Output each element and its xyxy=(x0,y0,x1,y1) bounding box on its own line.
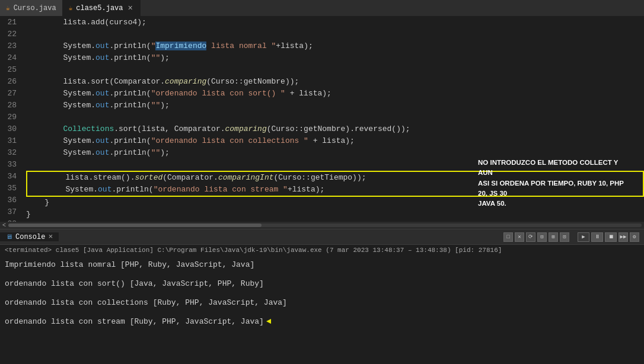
line-num: 32 xyxy=(5,147,17,159)
line-num: 31 xyxy=(5,135,17,147)
toolbar-btn-clear[interactable]: ✕ xyxy=(515,232,524,242)
console-output-line-4: ordenando lista con stream [Ruby, PHP, J… xyxy=(5,315,639,328)
toolbar-btn-5[interactable]: ▶ xyxy=(578,232,589,242)
line-num: 22 xyxy=(5,28,17,40)
line-numbers: 21 22 23 24 25 26 27 28 29 30 31 32 33 3… xyxy=(0,17,21,222)
toolbar-btn-3[interactable]: ⊞ xyxy=(549,232,558,242)
console-toolbar: □ ✕ ⟳ ⊟ ⊞ ⊡ ▶ ⏸ ⏹ ▶▶ ⚙ xyxy=(503,232,644,242)
console-header-line: <terminated> clase5 [Java Application] C… xyxy=(0,245,644,256)
line-num: 23 xyxy=(5,40,17,52)
toolbar-btn-settings[interactable]: ⚙ xyxy=(630,232,639,242)
line-num: 26 xyxy=(5,76,17,88)
tab-console[interactable]: 🖥 Console × xyxy=(0,232,59,241)
java-icon: ☕ xyxy=(6,4,10,12)
code-line-23: System.out.println("Imprimiendo lista no… xyxy=(26,40,644,52)
toolbar-btn-stop[interactable]: □ xyxy=(503,232,513,242)
line-num: 37 xyxy=(5,206,17,218)
line-num: 36 xyxy=(5,194,17,206)
toolbar-btn-7[interactable]: ⏹ xyxy=(605,232,617,242)
code-line-25 xyxy=(26,64,644,76)
tab-bar: ☕ Curso.java ☕ clase5.java × xyxy=(0,0,644,17)
line-num: 25 xyxy=(5,64,17,76)
tab-curso[interactable]: ☕ Curso.java xyxy=(0,0,63,16)
code-line-21: lista.add(curso4); xyxy=(26,17,644,28)
scrollbar-thumb[interactable] xyxy=(8,223,262,227)
code-line-32: System.out.println(""); xyxy=(26,147,644,159)
toolbar-btn-4[interactable]: ⊡ xyxy=(560,232,569,242)
line-num: 29 xyxy=(5,111,17,123)
java-icon-2: ☕ xyxy=(69,4,73,12)
line-num: 34 xyxy=(5,171,17,183)
line-num: 21 xyxy=(5,17,17,28)
output-text: Imprimiendo lista nomral [PHP, Ruby, Jav… xyxy=(5,260,254,269)
line-num: 30 xyxy=(5,123,17,135)
toolbar-btn-1[interactable]: ⟳ xyxy=(526,232,535,242)
output-text: ordenando lista con collections [Ruby, P… xyxy=(5,298,287,307)
line-num: 24 xyxy=(5,52,17,64)
tab-label-2: clase5.java xyxy=(76,4,123,12)
console-tabs: 🖥 Console × xyxy=(0,232,59,241)
code-line-24: System.out.println(""); xyxy=(26,52,644,64)
code-line-22 xyxy=(26,28,644,40)
output-text: ordenando lista con stream [Ruby, PHP, J… xyxy=(5,317,264,326)
tab-clase5[interactable]: ☕ clase5.java × xyxy=(63,0,141,16)
code-line-30: Collections.sort(lista, Comparator.compa… xyxy=(26,123,644,135)
console-output-line-2: ordenando lista con sort() [Java, JavaSc… xyxy=(5,277,639,290)
console-output: Imprimiendo lista nomral [PHP, Ruby, Jav… xyxy=(0,256,644,364)
tab-close-button[interactable]: × xyxy=(126,4,133,12)
code-line-27: System.out.println("ordenando lista con … xyxy=(26,88,644,100)
yellow-arrow-icon: ◄ xyxy=(266,317,271,326)
console-output-line-1: Imprimiendo lista nomral [PHP, Ruby, Jav… xyxy=(5,258,639,271)
tab-label: Curso.java xyxy=(14,4,56,12)
code-line-37: } xyxy=(26,209,644,221)
line-num: 27 xyxy=(5,88,17,100)
toolbar-btn-6[interactable]: ⏸ xyxy=(591,232,603,242)
monitor-icon: 🖥 xyxy=(6,233,12,241)
editor-main: 21 22 23 24 25 26 27 28 29 30 31 32 33 3… xyxy=(0,17,644,229)
console-close-icon[interactable]: × xyxy=(48,232,53,241)
editor-scrollbar[interactable]: < xyxy=(0,222,644,229)
console-output-empty-1 xyxy=(5,271,639,277)
line-num: 35 xyxy=(5,183,17,194)
console-area: 🖥 Console × □ ✕ ⟳ ⊟ ⊞ ⊡ ▶ ⏸ ⏹ ▶▶ ⚙ <term… xyxy=(0,229,644,364)
console-output-line-3: ordenando lista con collections [Ruby, P… xyxy=(5,296,639,309)
terminated-label: <terminated> clase5 [Java Application] C… xyxy=(5,247,502,254)
console-tab-bar: 🖥 Console × □ ✕ ⟳ ⊟ ⊞ ⊡ ▶ ⏸ ⏹ ▶▶ ⚙ xyxy=(0,229,644,245)
console-output-empty-3 xyxy=(5,309,639,315)
annotation-box: NO INTRODUZCO EL METODO COLLECT Y AUN AS… xyxy=(478,158,632,209)
code-line-38 xyxy=(26,221,644,222)
code-line-31: System.out.println("ordenando lista con … xyxy=(26,135,644,147)
output-text: ordenando lista con sort() [Java, JavaSc… xyxy=(5,279,264,288)
line-num: 28 xyxy=(5,100,17,111)
line-num: 33 xyxy=(5,159,17,171)
scrollbar-track[interactable] xyxy=(8,223,642,227)
toolbar-btn-8[interactable]: ▶▶ xyxy=(619,232,628,242)
console-output-empty-2 xyxy=(5,290,639,296)
annotation-text: NO INTRODUZCO EL METODO COLLECT Y AUN AS… xyxy=(478,159,624,207)
console-tab-label: Console xyxy=(15,233,45,241)
code-line-26: lista.sort(Comparator.comparing(Curso::g… xyxy=(26,76,644,88)
toolbar-btn-2[interactable]: ⊟ xyxy=(537,232,547,242)
code-line-28: System.out.println(""); xyxy=(26,100,644,111)
code-line-29 xyxy=(26,111,644,123)
